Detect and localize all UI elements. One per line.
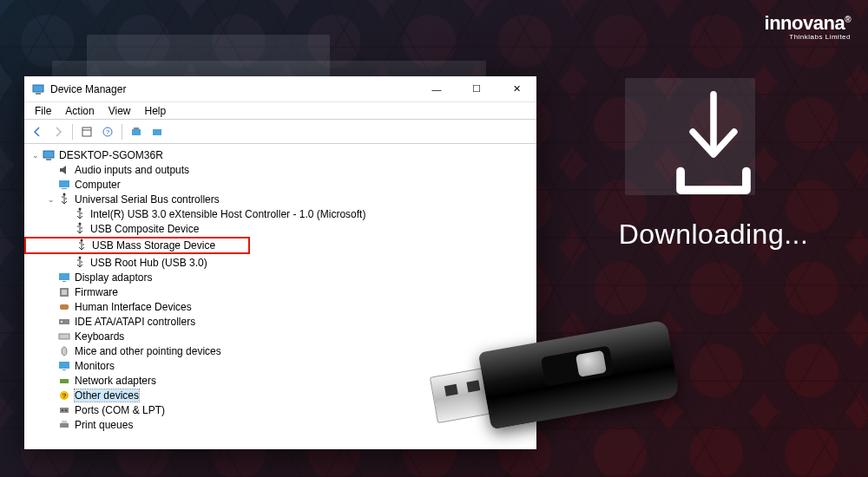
svg-point-16	[81, 239, 83, 242]
usb-icon	[73, 207, 87, 221]
tree-label: Ports (COM & LPT)	[75, 404, 165, 416]
tree-label: USB Mass Storage Device	[92, 239, 215, 252]
tree-row[interactable]: IDE ATA/ATAPI controllers	[24, 314, 533, 329]
svg-point-34	[65, 409, 67, 411]
tree-label: Other devices	[75, 389, 139, 402]
other-icon: ?	[57, 389, 71, 402]
svg-rect-32	[60, 408, 69, 413]
toolbar-scan-button[interactable]	[127, 122, 146, 141]
tree-row[interactable]: Human Interface Devices	[24, 299, 533, 314]
svg-rect-28	[62, 369, 66, 370]
tree-label: Display adaptors	[75, 271, 152, 284]
menu-help[interactable]: Help	[138, 104, 174, 118]
menu-action[interactable]: Action	[58, 104, 101, 118]
titlebar[interactable]: Device Manager — ☐ ✕	[24, 76, 536, 102]
download-status: Downloading...	[592, 219, 835, 251]
svg-rect-22	[60, 304, 69, 310]
svg-rect-29	[60, 379, 69, 383]
nav-back-button[interactable]	[28, 122, 47, 141]
monitor-icon	[57, 359, 71, 373]
tree-row[interactable]: Display adaptors	[24, 270, 533, 284]
expand-toggle[interactable]: ⌄	[30, 149, 42, 161]
tree-row[interactable]: Computer	[24, 177, 533, 192]
brand-mark: ®	[845, 15, 851, 24]
tree-label: USB Root Hub (USB 3.0)	[90, 257, 207, 269]
hid-icon	[57, 300, 71, 314]
svg-point-33	[62, 409, 63, 411]
menu-file[interactable]: File	[28, 104, 58, 118]
svg-rect-9	[43, 151, 54, 158]
brand-logo: innovana® Thinklabs Limited	[765, 12, 851, 41]
usb-icon	[73, 256, 87, 270]
svg-rect-0	[33, 85, 43, 92]
svg-rect-1	[36, 93, 41, 95]
svg-text:?: ?	[62, 392, 67, 400]
svg-rect-11	[59, 180, 69, 187]
svg-rect-12	[62, 188, 67, 189]
brand-name: innovana	[765, 12, 845, 34]
computerRoot-icon	[42, 148, 56, 162]
tree-label: Monitors	[75, 360, 115, 372]
tree-label: IDE ATA/ATAPI controllers	[75, 316, 195, 328]
mouse-icon	[57, 344, 71, 358]
minimize-button[interactable]: —	[417, 76, 457, 102]
window-title: Device Manager	[50, 83, 417, 95]
brand-subtitle: Thinklabs Limited	[765, 33, 851, 41]
usb-icon	[73, 222, 87, 236]
computer-icon	[57, 178, 71, 192]
svg-rect-18	[59, 273, 69, 280]
svg-rect-35	[60, 423, 69, 428]
usb-icon	[57, 193, 71, 206]
tree-row[interactable]: Intel(R) USB 3.0 eXtensible Host Control…	[24, 206, 533, 221]
menu-bar: File Action View Help	[24, 102, 536, 120]
close-button[interactable]: ✕	[496, 76, 536, 102]
usb-icon	[75, 238, 89, 252]
nav-forward-button[interactable]	[49, 122, 68, 141]
svg-rect-23	[59, 319, 69, 324]
tree-row[interactable]: USB Root Hub (USB 3.0)	[24, 255, 533, 270]
tree-row[interactable]: USB Composite Device	[24, 221, 533, 236]
svg-rect-6	[132, 129, 141, 135]
expand-toggle[interactable]: ⌄	[45, 193, 57, 206]
toolbar-properties-button[interactable]	[77, 122, 96, 141]
svg-point-15	[79, 222, 82, 225]
svg-point-26	[62, 347, 67, 356]
toolbar-refresh-button[interactable]	[148, 122, 167, 141]
svg-text:?: ?	[106, 128, 110, 136]
tree-label: Intel(R) USB 3.0 eXtensible Host Control…	[90, 208, 365, 220]
tree-label: Print queues	[75, 419, 133, 431]
tree-label: Human Interface Devices	[75, 301, 192, 313]
svg-point-17	[79, 256, 82, 258]
tree-row[interactable]: Firmware	[24, 284, 533, 299]
tree-label: Keyboards	[75, 330, 124, 343]
svg-rect-21	[62, 290, 67, 295]
tree-label: Audio inputs and outputs	[75, 164, 189, 176]
tree-label: Universal Serial Bus controllers	[75, 193, 220, 206]
tree-row[interactable]: Audio inputs and outputs	[24, 162, 533, 177]
tree-label: DESKTOP-SGOM36R	[59, 149, 163, 161]
menu-view[interactable]: View	[102, 104, 138, 118]
svg-rect-25	[59, 334, 69, 339]
ide-icon	[57, 315, 71, 329]
svg-rect-27	[59, 362, 69, 369]
maximize-button[interactable]: ☐	[457, 76, 496, 102]
audio-icon	[57, 163, 71, 177]
svg-rect-19	[62, 281, 66, 282]
tree-row[interactable]: ⌄DESKTOP-SGOM36R	[24, 147, 533, 162]
tree-row[interactable]: ⌄Universal Serial Bus controllers	[24, 192, 533, 206]
svg-rect-36	[62, 421, 67, 423]
svg-point-24	[61, 321, 62, 323]
download-icon	[666, 87, 761, 199]
tree-label: Mice and other pointing devices	[75, 345, 221, 357]
toolbar-help-button[interactable]: ?	[98, 122, 117, 141]
tree-label: Firmware	[75, 286, 118, 298]
printer-icon	[57, 418, 71, 432]
svg-rect-10	[46, 159, 51, 160]
keyboard-icon	[57, 330, 71, 343]
tree-row[interactable]: USB Mass Storage Device	[24, 237, 250, 254]
display-icon	[57, 271, 71, 284]
svg-rect-7	[134, 127, 139, 129]
tree-label: USB Composite Device	[90, 223, 199, 235]
svg-rect-2	[82, 127, 91, 136]
tree-label: Network adapters	[75, 375, 156, 387]
